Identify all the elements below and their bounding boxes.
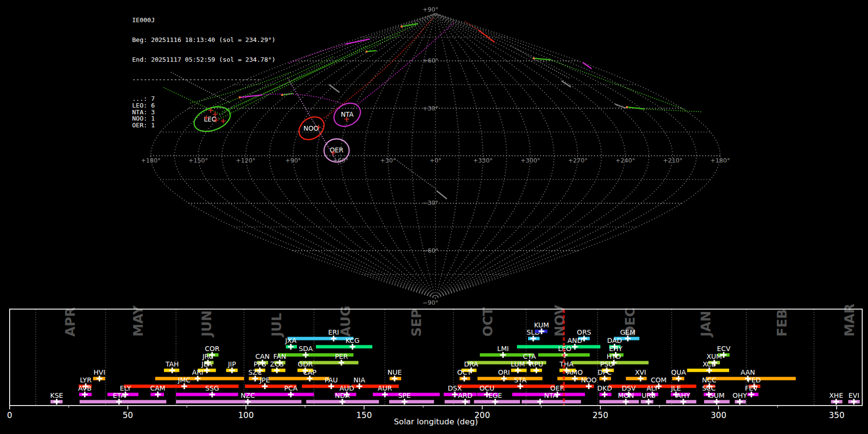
shower-code-label: KUM [534, 321, 549, 329]
peak-marker-and [572, 344, 578, 350]
shower-code-label: XCB [703, 360, 716, 368]
begin-time: Beg: 20251116 18:13:40 (sol = 234.29°) [132, 37, 275, 43]
shower-code-label: COM [651, 376, 667, 384]
shower-code-label: ORI [498, 368, 510, 376]
longitude-label: +90° [285, 157, 301, 164]
peak-marker-jmc [181, 383, 187, 389]
peak-marker-sda [303, 352, 309, 358]
shower-code-label: ELY [120, 384, 131, 392]
shower-code-label: CAP [303, 368, 316, 376]
activity-bar-pca [245, 393, 314, 396]
shower-code-label: AND [568, 337, 583, 344]
shower-code-label: OHY [732, 392, 747, 399]
peak-marker-ahy [680, 399, 686, 405]
peak-marker-jip [229, 367, 235, 373]
shower-counts: ...: 7LEO: 6NTA: 3NOO: 1OER: 1 [132, 95, 275, 128]
peak-marker-eta [116, 399, 122, 405]
shower-code-label: STA [514, 376, 527, 384]
shower-code-label: JRC [202, 353, 214, 360]
activity-bar-nta [522, 400, 581, 404]
peak-marker-pca [288, 392, 294, 397]
shower-code-label: KCG [345, 337, 359, 344]
shower-code-label: FAN [273, 353, 286, 360]
month-label: MAY [131, 305, 146, 337]
shower-code-label: PER [335, 353, 348, 360]
shower-code-label: ZCS [270, 360, 284, 368]
shower-code-label: DKD [597, 384, 612, 392]
meteor-trail [551, 60, 685, 109]
month-label: FEB [774, 309, 789, 337]
count-line: OER: 1 [132, 122, 275, 129]
peak-marker-szc [252, 376, 258, 381]
shower-code-label: DSV [622, 384, 636, 392]
peak-marker-nzc [245, 399, 251, 405]
observation-info: IE000J Beg: 20251116 18:13:40 (sol = 234… [132, 4, 275, 141]
activity-bar-ssg [176, 393, 238, 396]
shower-code-label: ERI [328, 328, 339, 336]
tick-label: 100 [238, 410, 254, 420]
shower-code-label: SPE [398, 392, 411, 399]
peak-marker-ssg [209, 392, 215, 397]
trail-tip [626, 106, 628, 108]
peak-marker-oct [461, 376, 467, 381]
activity-bar-cap [269, 377, 329, 380]
peak-marker-ard [462, 399, 468, 405]
shower-code-label: JEA [201, 360, 213, 368]
peak-marker-xhe [833, 399, 839, 405]
end-time: End: 20251117 05:52:59 (sol = 234.78°) [132, 56, 275, 63]
peak-marker-cam [155, 392, 161, 397]
peak-marker-lum [515, 367, 521, 373]
peak-marker-fev [748, 392, 754, 397]
peak-marker-dkd [602, 392, 608, 397]
meteor-trail [366, 51, 376, 52]
shower-code-label: JLE [670, 384, 681, 392]
peak-marker-kse [54, 399, 60, 405]
peak-marker-ohy [737, 399, 743, 405]
longitude-label: +30° [380, 157, 396, 164]
longitude-label: +0° [430, 157, 442, 164]
peak-marker-ori [501, 376, 507, 381]
shower-code-label: CAM [150, 384, 165, 392]
radiant-map-and-timeline: +180°+150°+120°+90°+60°+30°+0°+330°+300°… [0, 0, 868, 434]
activity-bar-ori [477, 377, 542, 380]
activity-bar-eta [80, 400, 166, 404]
shower-code-label: COR [205, 345, 220, 353]
meteor-trail [437, 191, 447, 199]
peak-marker-mon [623, 399, 629, 405]
activity-bar-spe [389, 400, 434, 404]
peak-marker-nue [392, 376, 397, 381]
meteor-trail [644, 109, 703, 112]
tick-label: 350 [829, 410, 844, 420]
shower-code-label: NTA [544, 392, 557, 399]
longitude-label: +210° [663, 157, 683, 164]
tick-label: 0 [7, 410, 13, 420]
shower-code-label: URS [642, 392, 656, 399]
longitude-label: +120° [236, 157, 256, 164]
activity-bar-eri [287, 337, 353, 340]
shower-code-label: DPC [597, 368, 611, 376]
shower-code-label: DSX [448, 384, 462, 392]
peak-marker-avb [82, 392, 88, 397]
shower-code-label: AMO [567, 368, 583, 376]
count-line: LEO: 6 [132, 102, 275, 109]
shower-code-label: AUD [339, 384, 354, 392]
shower-code-label: QUA [671, 368, 686, 376]
peak-marker-cap [307, 376, 312, 381]
longitude-label: +150° [189, 157, 208, 164]
shower-code-label: HYD [607, 353, 621, 360]
shower-code-label: OCT [457, 368, 472, 376]
shower-activity-bars: ERISLDORSGEMKUMJXAKCGANDDADCORSDALMILEOE… [50, 321, 860, 405]
shower-code-label: ALY [647, 384, 659, 392]
trail-tip [401, 26, 403, 28]
latitude-label: +90° [422, 6, 438, 13]
peak-marker-sld [530, 336, 536, 341]
meteor-trail [583, 63, 591, 68]
shower-code-label: ARD [458, 392, 473, 399]
shower-code-label: GEM [620, 328, 636, 336]
shower-code-label: ETA [113, 392, 125, 399]
shower-code-label: PPS [254, 360, 266, 368]
latitude-label: −30° [422, 199, 438, 206]
peak-marker-pau [328, 383, 334, 389]
peak-marker-aur [382, 392, 388, 397]
shower-code-label: GDR [298, 360, 313, 368]
